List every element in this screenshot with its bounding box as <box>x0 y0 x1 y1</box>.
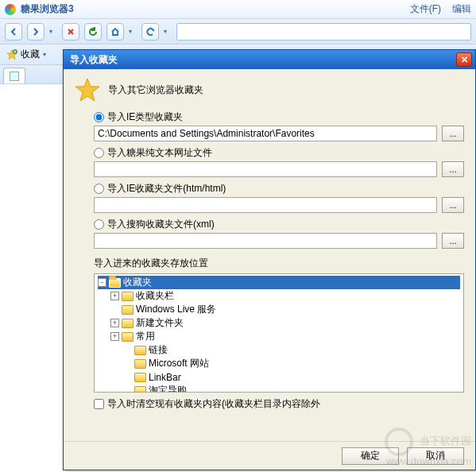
ok-button[interactable]: 确定 <box>342 447 399 465</box>
folder-icon <box>109 278 121 288</box>
opt-htm[interactable]: 导入IE收藏夹文件(htm/html) <box>94 182 464 195</box>
path-row-xml: ... <box>94 233 464 249</box>
tree-item[interactable]: +新建文件夹 <box>98 316 460 330</box>
undo-button[interactable] <box>141 23 159 41</box>
tree-item-label: 常用 <box>136 330 155 343</box>
import-favorites-dialog: 导入收藏夹 ✕ 导入其它浏览器收藏夹 导入IE类型收藏夹 ... 导入糖果纯文本… <box>63 49 476 470</box>
address-bar[interactable] <box>176 23 471 41</box>
tree-item[interactable]: Windows Live 服务 <box>98 303 460 316</box>
folder-icon <box>134 386 146 393</box>
opt-xml[interactable]: 导入搜狗收藏夹文件(xml) <box>94 218 464 231</box>
intro-text: 导入其它浏览器收藏夹 <box>108 83 203 97</box>
radio-xml[interactable] <box>94 219 104 230</box>
browse-button-xml[interactable]: ... <box>442 233 464 249</box>
dialog-body: 导入其它浏览器收藏夹 导入IE类型收藏夹 ... 导入糖果纯文本网址文件 ...… <box>64 69 475 441</box>
folder-icon <box>134 346 146 355</box>
opt-htm-label: 导入IE收藏夹文件(htm/html) <box>107 182 226 195</box>
browse-button-txt[interactable]: ... <box>442 161 464 177</box>
tree-item[interactable]: LinkBar <box>98 370 460 384</box>
browse-button-ie[interactable]: ... <box>442 126 464 141</box>
folder-icon <box>122 332 134 342</box>
tree-item-label: Windows Live 服务 <box>136 303 216 316</box>
expand-spacer <box>123 346 132 354</box>
folder-icon <box>122 319 134 328</box>
radio-txt[interactable] <box>94 148 104 158</box>
star-icon <box>75 77 100 103</box>
home-dropdown-icon[interactable]: ▾ <box>129 28 137 35</box>
tree-item[interactable]: 链接 <box>98 343 460 357</box>
expand-spacer <box>110 305 119 314</box>
tree-item-label: 链接 <box>149 343 168 357</box>
dialog-buttons: 确定 取消 <box>64 441 475 470</box>
dialog-titlebar: 导入收藏夹 ✕ <box>64 50 475 69</box>
radio-htm[interactable] <box>94 184 104 194</box>
tree-item[interactable]: -收藏夹 <box>98 276 460 289</box>
page-icon <box>10 72 19 81</box>
svg-marker-2 <box>75 79 99 101</box>
menu-file[interactable]: 文件(F) <box>410 2 441 16</box>
folder-icon <box>122 292 134 301</box>
tree-item-label: Microsoft 网站 <box>149 357 209 370</box>
opt-txt-label: 导入糖果纯文本网址文件 <box>107 146 212 160</box>
clear-checkbox-row[interactable]: 导入时清空现有收藏夹内容(收藏夹栏目录内容除外 <box>94 397 464 411</box>
reload-button[interactable] <box>84 23 102 41</box>
opt-xml-label: 导入搜狗收藏夹文件(xml) <box>107 218 215 231</box>
path-row-txt: ... <box>94 161 464 177</box>
expand-spacer <box>123 359 132 368</box>
back-button[interactable] <box>5 23 22 41</box>
path-input-xml[interactable] <box>94 233 437 249</box>
dest-tree[interactable]: -收藏夹+收藏夹栏Windows Live 服务+新建文件夹+常用链接Micro… <box>94 273 464 393</box>
clear-checkbox[interactable] <box>94 399 104 409</box>
titlebar: 糖果浏览器3 文件(F) 编辑 <box>0 0 476 19</box>
add-favorite-icon[interactable] <box>6 49 17 60</box>
folder-icon <box>134 373 146 382</box>
opt-txt[interactable]: 导入糖果纯文本网址文件 <box>94 146 464 160</box>
dialog-title: 导入收藏夹 <box>70 53 456 67</box>
browse-button-htm[interactable]: ... <box>442 197 464 213</box>
opt-ie[interactable]: 导入IE类型收藏夹 <box>94 110 464 124</box>
dialog-intro: 导入其它浏览器收藏夹 <box>75 77 464 103</box>
tree-item[interactable]: Microsoft 网站 <box>98 357 460 370</box>
forward-button[interactable] <box>27 23 45 41</box>
tree-item[interactable]: +收藏夹栏 <box>98 289 460 303</box>
tree-item-label: 收藏夹栏 <box>136 289 174 303</box>
expand-icon[interactable]: + <box>110 319 119 327</box>
undo-dropdown-icon[interactable]: ▾ <box>164 28 172 35</box>
path-input-htm[interactable] <box>94 197 437 213</box>
menubar: 文件(F) 编辑 <box>410 2 471 16</box>
tab-blank[interactable] <box>3 68 25 83</box>
tree-item-label: 收藏夹 <box>123 276 152 289</box>
tree-item[interactable]: 淘宝导购 <box>98 384 460 393</box>
tree-item[interactable]: +常用 <box>98 330 460 343</box>
menu-edit[interactable]: 编辑 <box>452 2 471 16</box>
cancel-button[interactable]: 取消 <box>407 447 464 465</box>
expand-spacer <box>123 386 132 393</box>
favorites-label[interactable]: 收藏 <box>21 48 40 61</box>
opt-ie-label: 导入IE类型收藏夹 <box>107 110 183 124</box>
window-title: 糖果浏览器3 <box>21 2 410 16</box>
folder-icon <box>134 359 146 369</box>
tree-item-label: 淘宝导购 <box>149 384 187 393</box>
folder-icon <box>122 305 134 315</box>
stop-button[interactable] <box>62 23 79 41</box>
expand-icon[interactable]: + <box>110 292 119 300</box>
history-dropdown-icon[interactable]: ▾ <box>49 28 57 35</box>
radio-ie[interactable] <box>94 112 104 122</box>
path-input-ie[interactable] <box>94 126 437 141</box>
collapse-icon[interactable]: - <box>98 278 106 287</box>
expand-icon[interactable]: + <box>110 332 119 341</box>
close-button[interactable]: ✕ <box>456 52 472 67</box>
nav-toolbar: ▾ ▾ ▾ <box>0 19 476 44</box>
path-row-ie: ... <box>94 126 464 141</box>
expand-spacer <box>123 373 132 381</box>
tree-item-label: 新建文件夹 <box>136 316 184 330</box>
app-logo-icon <box>5 4 16 15</box>
favorites-dropdown-icon[interactable]: ▾ <box>43 51 51 58</box>
clear-checkbox-label: 导入时清空现有收藏夹内容(收藏夹栏目录内容除外 <box>107 397 320 411</box>
tree-item-label: LinkBar <box>149 372 181 383</box>
path-input-txt[interactable] <box>94 161 437 177</box>
home-button[interactable] <box>106 23 124 41</box>
path-row-htm: ... <box>94 197 464 213</box>
dest-label: 导入进来的收藏夹存放位置 <box>94 257 464 270</box>
